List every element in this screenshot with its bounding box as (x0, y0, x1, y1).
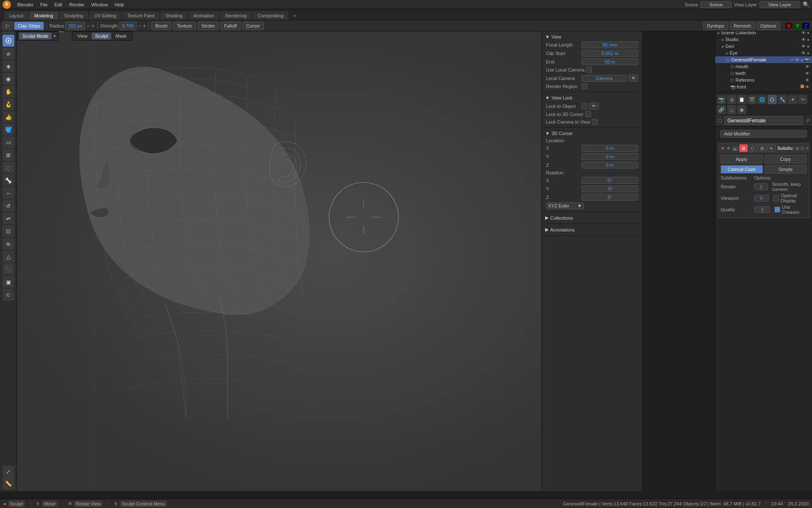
tool-box-mask[interactable]: ▣ (3, 276, 14, 288)
tab-texture-paint[interactable]: Texture Paint (122, 11, 159, 20)
mouth-eye[interactable]: 👁 (805, 64, 809, 69)
prop-icon-material[interactable]: ◉ (737, 105, 746, 114)
clip-start-value[interactable]: 0.001 m (582, 50, 638, 57)
xyz-euler-dropdown[interactable]: XYZ Euler ▼ (546, 202, 584, 209)
tool-inflate[interactable]: ◉ (3, 73, 14, 85)
focal-length-value[interactable]: 85 mm (582, 41, 638, 48)
menu-file[interactable]: File (37, 1, 51, 8)
tab-uv-editing[interactable]: UV Editing (89, 11, 121, 20)
add-workspace-button[interactable]: + (289, 11, 299, 20)
lock-to-object-checkbox[interactable] (582, 103, 587, 109)
cursor-z-value[interactable]: 0 m (582, 162, 638, 168)
tool-mask[interactable]: ⬛ (3, 263, 14, 275)
strength-minus[interactable]: − (138, 22, 141, 29)
prop-icon-particles[interactable]: ✦ (788, 95, 797, 104)
axis-y[interactable]: Y (794, 23, 801, 29)
axis-z[interactable]: Z (802, 23, 809, 29)
lock-camera-checkbox[interactable] (592, 119, 598, 125)
genesis-edit-icon[interactable]: ✏ (790, 58, 794, 62)
prop-icon-object[interactable]: ⬡ (768, 95, 777, 104)
prop-icon-constraints[interactable]: 🔗 (717, 105, 726, 114)
options-btn[interactable]: Options (757, 22, 780, 30)
geo-eye[interactable]: 👁 (801, 44, 806, 49)
prop-icon-physics[interactable]: 〜 (798, 95, 807, 104)
tab-modeling[interactable]: Modeling (29, 11, 58, 20)
tool-rotate[interactable]: ↺ (3, 200, 14, 212)
tool-snake-hook[interactable]: 🪝 (3, 98, 14, 110)
tool-pinch[interactable]: ◈ (3, 60, 14, 72)
tab-shading[interactable]: Shading (160, 11, 187, 20)
tab-rendering[interactable]: Rendering (220, 11, 252, 20)
modifier-collapse-icon[interactable]: ▼ (721, 146, 725, 151)
lock-to-object-edit-btn[interactable]: ✏ (589, 102, 599, 110)
annotations-header[interactable]: ▶ Annotations (542, 226, 642, 234)
scene-item-teeth[interactable]: ⬡ teeth 👁 (715, 70, 812, 77)
rotate-view-status[interactable]: Rotate View (74, 500, 103, 507)
front-eye[interactable]: 👁 (805, 85, 809, 89)
remesh-btn[interactable]: Remesh (730, 22, 755, 30)
tool-grab[interactable]: ✋ (3, 86, 14, 97)
cursor-rz-value[interactable]: 0° (582, 194, 638, 201)
brush-btn[interactable]: Brush (151, 22, 171, 30)
object-name-input[interactable]: Genesis8Female (724, 116, 803, 125)
cursor-x-value[interactable]: 0 m (582, 145, 638, 152)
scene-item-genesis[interactable]: ⬡ Genesis8Female ✏ 👁 ● 📷 (715, 56, 812, 63)
scene-item-geo[interactable]: ▸ Geo 👁 ● (715, 43, 812, 50)
tool-scrape[interactable]: ▭ (3, 136, 14, 148)
eye-eye[interactable]: 👁 (801, 51, 806, 55)
render-region-checkbox[interactable] (582, 83, 587, 89)
camera-value[interactable]: Camera (582, 75, 627, 82)
tool-sculpt[interactable] (3, 35, 14, 47)
copy-btn[interactable]: Copy (765, 155, 807, 163)
scene-item-studio[interactable]: ▸ Studio 👁 ● (715, 36, 812, 43)
subdiv-type-icon[interactable]: ⊞ (739, 144, 748, 152)
studio-eye[interactable]: 👁 (801, 37, 806, 42)
tool-thumb[interactable]: 👍 (3, 111, 14, 123)
prop-icon-modifier[interactable]: 🔧 (778, 95, 787, 104)
dyntopo-btn[interactable]: Dyntopo (703, 22, 728, 30)
brush-name-btn[interactable]: Clay Strips (14, 22, 44, 30)
tool-cloth[interactable]: ≋ (3, 238, 14, 250)
cursor-rx-value[interactable]: 0° (582, 177, 638, 184)
tool-slide-relax[interactable]: ⇌ (3, 213, 14, 224)
menu-edit[interactable]: Edit (52, 1, 66, 8)
viewport-value[interactable]: 0 (754, 195, 769, 202)
render-value[interactable]: 2 (754, 183, 768, 190)
prop-icon-scene[interactable]: 🎬 (747, 95, 757, 104)
cursor-ry-value[interactable]: -0° (582, 185, 638, 192)
tool-transform[interactable]: ⤢ (3, 466, 14, 478)
move-status[interactable]: Move (42, 500, 58, 507)
cursor-y-value[interactable]: 0 m (582, 153, 638, 160)
tab-sculpting[interactable]: Sculpting (59, 11, 88, 20)
simple-btn[interactable]: Simple (765, 165, 807, 174)
prop-icon-world[interactable]: 🌐 (757, 95, 767, 104)
tool-simplify[interactable]: △ (3, 251, 14, 262)
sculpt-mode-status[interactable]: Sculpt (8, 500, 25, 507)
scene-item-front[interactable]: 📷 front 👁 (715, 83, 812, 90)
tab-layout[interactable]: Layout (4, 11, 28, 20)
brush-icon-btn[interactable]: ▷ (3, 22, 13, 30)
modifier-realtime-icon[interactable]: 📺 (732, 146, 738, 151)
catmull-clark-btn[interactable]: Catmull-Clark (721, 165, 763, 174)
scene-item-referens[interactable]: ⬡ Referens 👁 (715, 77, 812, 83)
menu-help[interactable]: Help (112, 1, 127, 8)
plus-icon[interactable]: + (91, 22, 95, 29)
sculpt-btn[interactable]: Sculpt (92, 33, 112, 39)
modifier-vis-icon[interactable]: 👁 (727, 146, 731, 151)
context-menu-status[interactable]: Sculpt Context Menu (120, 500, 167, 507)
cursor-section-header[interactable]: ▼ 3D Cursor (542, 130, 642, 137)
cursor-btn[interactable]: Cursor (242, 22, 264, 30)
prop-icon-view-layer[interactable]: 📋 (737, 95, 746, 104)
modifier-expand-icon[interactable]: ⊞ (796, 146, 799, 151)
menu-window[interactable]: Window (88, 1, 111, 8)
apply-btn[interactable]: Apply (721, 155, 763, 163)
quality-value[interactable]: 3 (754, 206, 770, 213)
scene-item-mouth[interactable]: ⬡ mouth 👁 (715, 63, 812, 70)
tool-fill[interactable]: 🪣 (3, 124, 14, 135)
optimal-display-checkbox[interactable] (773, 195, 779, 201)
subdiv-mode-icon-3[interactable]: ⊟ (758, 144, 766, 152)
subdiv-mode-icon-2[interactable]: ⬡ (749, 144, 757, 152)
menu-render[interactable]: Render (66, 1, 88, 8)
referens-eye[interactable]: 👁 (805, 78, 809, 83)
mask-btn[interactable]: Mask (112, 33, 130, 39)
